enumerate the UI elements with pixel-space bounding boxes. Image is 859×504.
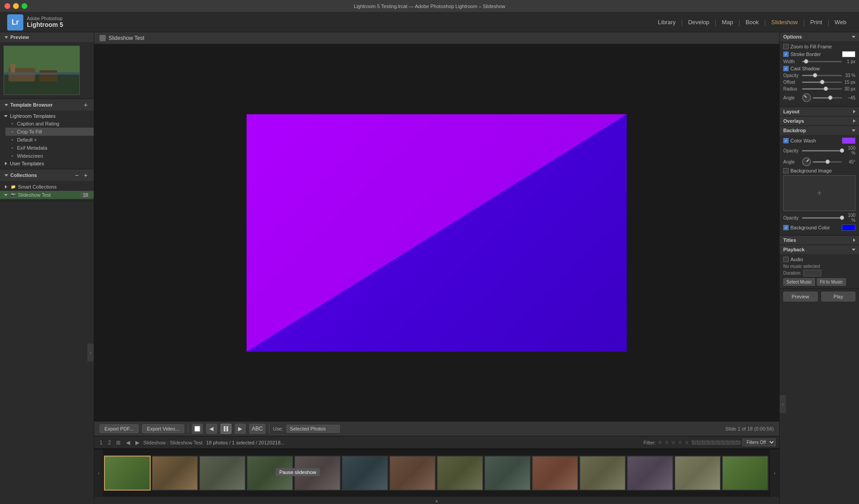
export-video-button[interactable]: Export Video... — [142, 424, 184, 433]
playback-header[interactable]: Playback — [780, 245, 859, 254]
color-wash-checkbox[interactable] — [783, 138, 789, 143]
nav-prev[interactable]: ◀ — [124, 439, 132, 447]
bg-image-checkbox[interactable] — [783, 168, 789, 173]
pause-button[interactable] — [221, 424, 231, 434]
color-wash-angle-dial[interactable] — [802, 157, 811, 166]
nav-web[interactable]: Web — [829, 17, 852, 27]
options-header[interactable]: Options — [780, 32, 859, 41]
film-thumb-7[interactable] — [389, 456, 436, 491]
cast-shadow-opacity-thumb[interactable] — [813, 73, 817, 78]
stroke-border-checkbox[interactable] — [783, 52, 789, 57]
cast-shadow-offset-thumb[interactable] — [820, 80, 824, 84]
film-thumb-13[interactable] — [674, 456, 721, 491]
template-exif-metadata[interactable]: ▪ Exif Metadata — [5, 144, 94, 152]
nav-map[interactable]: Map — [716, 17, 738, 27]
overlays-header[interactable]: Overlays — [780, 116, 859, 125]
minimize-button[interactable] — [13, 3, 19, 9]
template-browser-header[interactable]: Template Browser + — [0, 99, 94, 111]
color-wash-angle-thumb[interactable] — [825, 159, 830, 164]
template-crop-to-fill[interactable]: ▪ Crop To Fill — [5, 128, 94, 136]
stroke-width-thumb[interactable] — [804, 59, 808, 64]
zoom-to-fill-checkbox[interactable] — [783, 44, 789, 49]
film-thumb-9[interactable] — [484, 456, 531, 491]
cast-shadow-checkbox[interactable] — [783, 66, 789, 71]
lightroom-templates-folder[interactable]: Lightroom Templates — [0, 112, 94, 120]
filmstrip-prev[interactable]: ‹ — [94, 449, 103, 497]
view-grid-large[interactable]: 2 — [106, 439, 113, 447]
slideshow-test-icon: 📷 — [10, 192, 16, 198]
maximize-button[interactable] — [22, 3, 27, 9]
color-wash-opacity-slider[interactable] — [802, 150, 842, 151]
nav-next[interactable]: ▶ — [134, 439, 141, 447]
cast-shadow-opacity-slider[interactable] — [802, 75, 842, 76]
film-thumb-12[interactable] — [627, 456, 673, 491]
nav-develop[interactable]: Develop — [683, 17, 715, 27]
template-browser-add-button[interactable]: + — [82, 101, 89, 108]
template-caption-rating[interactable]: ▪ Caption and Rating — [5, 120, 94, 128]
close-button[interactable] — [4, 3, 10, 9]
slideshow-mode-button[interactable] — [192, 424, 203, 434]
film-thumb-3[interactable] — [199, 456, 246, 491]
abc-button[interactable]: ABC — [249, 424, 265, 434]
nav-print[interactable]: Print — [805, 17, 828, 27]
collections-header[interactable]: Collections − + — [0, 169, 94, 181]
template-default[interactable]: ▪ Default + — [5, 136, 94, 144]
cast-shadow-radius-thumb[interactable] — [824, 86, 828, 91]
audio-checkbox[interactable] — [783, 257, 789, 262]
center-area: Slideshow Test Pause slideshow Export PD… — [94, 32, 779, 504]
cast-shadow-angle-dial[interactable] — [802, 93, 811, 102]
stroke-width-slider[interactable] — [802, 61, 842, 62]
cast-shadow-radius-slider[interactable] — [802, 88, 842, 90]
bg-image-opacity-thumb[interactable] — [840, 215, 844, 220]
filters-off-select[interactable]: Filters Off — [742, 439, 776, 446]
cast-shadow-angle-slider[interactable] — [813, 97, 842, 99]
smart-collections-row[interactable]: 📁 Smart Collections — [0, 183, 94, 191]
export-pdf-button[interactable]: Export PDF... — [100, 424, 139, 433]
film-thumb-2[interactable] — [152, 456, 198, 491]
cast-shadow-offset-slider[interactable] — [802, 82, 842, 83]
preview-button[interactable]: Preview — [783, 292, 818, 302]
film-thumb-6[interactable] — [342, 456, 388, 491]
use-select[interactable]: Selected Photos All Filmstrip Photos Fla… — [286, 425, 340, 433]
film-thumb-1[interactable] — [104, 456, 151, 491]
titles-header[interactable]: Titles — [780, 236, 859, 245]
color-wash-swatch[interactable] — [842, 138, 855, 144]
nav-slideshow[interactable]: Slideshow — [766, 17, 803, 27]
color-wash-angle-slider[interactable] — [813, 161, 842, 163]
template-widescreen[interactable]: ▪ Widescreen — [5, 152, 94, 160]
bg-image-area[interactable]: + — [783, 175, 855, 211]
film-thumb-11[interactable] — [579, 456, 626, 491]
backdrop-header[interactable]: Backdrop — [780, 126, 859, 135]
stroke-border-color-swatch[interactable] — [842, 51, 855, 57]
cast-shadow-angle-thumb[interactable] — [828, 95, 833, 100]
next-slide-button[interactable]: ▶ — [235, 424, 246, 434]
right-panel-collapse-button[interactable]: › — [780, 395, 786, 413]
bg-color-swatch[interactable] — [842, 224, 855, 231]
collections-add-button[interactable]: + — [82, 172, 89, 179]
left-panel-collapse-button[interactable]: ‹ — [87, 344, 94, 362]
preview-header[interactable]: Preview — [0, 32, 94, 42]
select-music-button[interactable]: Select Music — [783, 278, 815, 286]
bg-image-opacity-slider[interactable] — [802, 217, 842, 219]
bg-color-checkbox[interactable] — [783, 225, 789, 230]
color-wash-opacity-thumb[interactable] — [840, 148, 844, 153]
play-button[interactable]: Play — [821, 292, 856, 302]
window-controls[interactable] — [4, 3, 27, 9]
collections-remove-button[interactable]: − — [73, 172, 80, 179]
user-templates-folder[interactable]: User Templates — [0, 160, 94, 167]
film-thumb-10[interactable] — [532, 456, 578, 491]
prev-slide-button[interactable]: ◀ — [206, 424, 217, 434]
film-thumb-14[interactable] — [722, 456, 768, 491]
fit-to-music-button[interactable]: Fit to Music — [817, 278, 846, 286]
view-grid-small[interactable]: 1 — [98, 439, 104, 447]
bg-image-plus-icon[interactable]: + — [817, 188, 822, 198]
duration-input[interactable] — [803, 270, 821, 276]
nav-book[interactable]: Book — [740, 17, 764, 27]
layout-header[interactable]: Layout — [780, 107, 859, 116]
filter-stars: ☆ ☆ ☆ ☆ ☆ — [658, 439, 690, 445]
nav-library[interactable]: Library — [652, 17, 681, 27]
film-thumb-8[interactable] — [437, 456, 483, 491]
slideshow-test-row[interactable]: 📷 Slideshow Test 18 — [0, 191, 94, 199]
filmstrip-next[interactable]: › — [770, 449, 779, 497]
view-grid[interactable]: ⊞ — [114, 439, 122, 447]
